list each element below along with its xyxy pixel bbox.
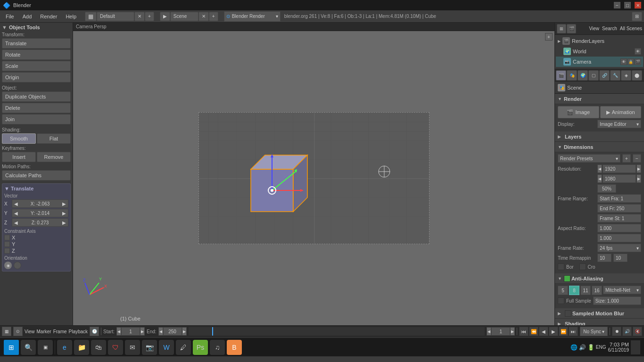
world-vis-btn-1[interactable]: 👁 <box>635 48 641 55</box>
viewport-add-button[interactable]: + <box>545 33 553 41</box>
taskbar-photo-icon[interactable]: 📷 <box>142 340 157 355</box>
aa-8-btn[interactable]: 8 <box>569 286 579 295</box>
res-y-value[interactable]: 1080 <box>603 174 636 183</box>
remap-old-value[interactable]: 10 <box>597 254 611 262</box>
start-button[interactable]: ⊞ <box>4 340 19 355</box>
world-item[interactable]: 🌍 World 👁 <box>556 46 643 57</box>
current-frame-value[interactable]: 1 <box>491 327 510 336</box>
render-layer-icon[interactable]: 🎬 <box>567 24 576 33</box>
frame-menu[interactable]: Frame <box>53 329 67 334</box>
shading-section-header[interactable]: ▶ Shading <box>555 319 644 325</box>
res-x-left[interactable]: ◀ <box>597 165 602 173</box>
presets-add-btn[interactable]: + <box>622 154 631 163</box>
info-icon[interactable]: ⊞ <box>632 12 642 21</box>
mute-btn[interactable]: 🔇 <box>633 327 642 336</box>
end-fra-value[interactable]: End Fr: 250 <box>597 204 641 213</box>
aa-checkbox[interactable] <box>564 275 570 282</box>
taskbar-store-icon[interactable]: 🛍 <box>91 340 106 355</box>
start-fra-value[interactable]: Start Fra: 1 <box>597 194 641 203</box>
play-reverse-btn[interactable]: ◀ <box>539 327 548 336</box>
menu-render[interactable]: Render <box>36 13 61 20</box>
fps-select[interactable]: 24 fps ▾ <box>597 244 641 252</box>
layers-section-header[interactable]: ▶ Layers <box>555 132 644 142</box>
motion-blur-section-header[interactable]: ▶ Sampled Motion Blur <box>555 308 644 319</box>
camera-vis-btn-2[interactable]: 🔒 <box>627 58 634 65</box>
start-left-btn[interactable]: ◀ <box>116 327 121 336</box>
flat-button[interactable]: Flat <box>37 133 71 144</box>
aa-5-btn[interactable]: 5 <box>558 286 568 295</box>
z-value-input[interactable]: ◀ Z: 0.273 ▶ <box>12 218 68 227</box>
aa-section-header[interactable]: ▼ Anti-Aliasing <box>555 273 644 284</box>
timeline-toggle-btn[interactable]: ⊙ <box>13 327 23 336</box>
end-frame-value[interactable]: 250 <box>163 327 182 336</box>
constraint-y-checkbox[interactable] <box>4 241 10 247</box>
taskbar-search-icon[interactable]: 🔍 <box>21 340 36 355</box>
jump-end-btn[interactable]: ⏭ <box>569 327 578 336</box>
res-y-left[interactable]: ◀ <box>597 174 602 183</box>
remove-keyframe-button[interactable]: Remove <box>37 152 71 162</box>
camera-vis-btn-3[interactable]: 🎬 <box>635 58 641 65</box>
marker-menu[interactable]: Marker <box>37 329 51 334</box>
record-btn[interactable]: ⏺ <box>612 327 621 336</box>
orientation-toggle[interactable] <box>14 262 21 269</box>
aa-11-btn[interactable]: 11 <box>580 286 591 295</box>
taskbar-paint-icon[interactable]: 🖊 <box>176 340 191 355</box>
layout-x-btn[interactable]: ✕ <box>134 12 145 21</box>
view-menu-bottom[interactable]: View <box>25 329 35 334</box>
menu-help[interactable]: Help <box>62 13 80 20</box>
close-button[interactable]: ✕ <box>635 2 641 8</box>
taskbar-task-view-icon[interactable]: ▣ <box>38 340 53 355</box>
render-tab[interactable]: 🎬 <box>556 70 566 81</box>
aa-16-btn[interactable]: 16 <box>592 286 602 295</box>
show-desktop-btn[interactable] <box>631 340 640 354</box>
bor-checkbox[interactable] <box>558 263 564 270</box>
current-right-btn[interactable]: ▶ <box>510 327 515 336</box>
scene-tab[interactable]: 🎭 <box>567 70 577 81</box>
taskbar-word-icon[interactable]: W <box>159 340 174 355</box>
join-button[interactable]: Join <box>2 114 71 124</box>
render-section-header[interactable]: ▼ Render <box>555 94 644 104</box>
insert-keyframe-button[interactable]: Insert <box>2 152 36 162</box>
materials-tab[interactable]: ⬤ <box>632 70 642 81</box>
scale-button[interactable]: Scale <box>2 61 71 71</box>
playback-menu[interactable]: Playback <box>69 329 88 334</box>
timeline-clock-icon[interactable]: 🕐 <box>90 327 99 336</box>
taskbar-premier-icon[interactable]: Ps <box>193 340 208 355</box>
minimize-button[interactable]: − <box>614 2 620 8</box>
maximize-button[interactable]: □ <box>624 2 631 8</box>
presets-remove-btn[interactable]: − <box>633 154 641 163</box>
audio-btn[interactable]: 🔊 <box>622 327 632 336</box>
layout-name[interactable]: Default <box>97 12 134 21</box>
calculate-paths-button[interactable]: Calculate Paths <box>2 170 71 181</box>
y-value-input[interactable]: ◀ Y: -2.014 ▶ <box>12 209 68 217</box>
aspect-x-value[interactable]: 1.000 <box>597 224 641 232</box>
taskbar-itunes-icon[interactable]: ♫ <box>210 340 225 355</box>
constraint-z-checkbox[interactable] <box>4 248 10 254</box>
scene-name[interactable]: Scene <box>170 12 198 21</box>
camera-vis-btn-1[interactable]: 👁 <box>620 58 627 65</box>
res-x-value[interactable]: 1920 <box>603 165 636 173</box>
duplicate-button[interactable]: Duplicate Objects <box>2 91 71 102</box>
taskbar-blender-icon[interactable]: B <box>227 340 242 355</box>
object-tab[interactable]: ▢ <box>588 70 599 81</box>
display-select[interactable]: Image Editor ▾ <box>597 120 641 128</box>
x-value-input[interactable]: ◀ X: -2.063 ▶ <box>12 199 68 208</box>
image-render-button[interactable]: 🎬 Image <box>558 106 599 118</box>
all-scenes-btn[interactable]: All Scenes <box>620 26 642 31</box>
menu-add[interactable]: Add <box>19 13 36 20</box>
data-tab[interactable]: ◈ <box>621 70 631 81</box>
taskbar-edge-icon[interactable]: e <box>57 340 72 355</box>
taskbar-folder-icon[interactable]: 📁 <box>74 340 89 355</box>
res-y-right[interactable]: ▶ <box>636 174 641 183</box>
taskbar-mail-icon[interactable]: ✉ <box>125 340 140 355</box>
aa-size-value[interactable]: Size: 1.000 <box>593 296 641 305</box>
menu-file[interactable]: File <box>2 13 18 20</box>
renderer-select[interactable]: ⊙ Blender Render ▾ <box>224 11 281 22</box>
view-menu[interactable]: View <box>589 26 600 31</box>
constraint-x-checkbox[interactable] <box>4 235 10 240</box>
end-left-btn[interactable]: ◀ <box>158 327 163 336</box>
next-keyframe-btn[interactable]: ⏩ <box>559 327 568 336</box>
smooth-button[interactable]: Smooth <box>2 133 36 144</box>
play-btn[interactable]: ▶ <box>549 327 558 336</box>
origin-button[interactable]: Origin <box>2 72 71 82</box>
